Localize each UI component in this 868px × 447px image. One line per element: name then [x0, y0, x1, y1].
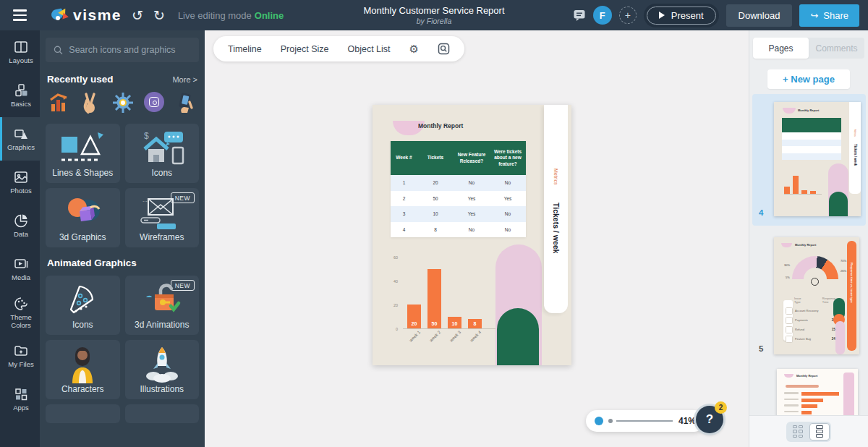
layouts-icon: [13, 39, 29, 55]
project-title: Monthly Customer Service Report: [363, 5, 504, 16]
hand-phone-icon[interactable]: [174, 92, 196, 114]
sidebar-item-media[interactable]: Media: [0, 247, 40, 291]
canvas-toolbar: Timeline Project Size Object List ⚙: [213, 36, 464, 61]
share-icon: ↪: [810, 10, 818, 21]
help-button[interactable]: ? 2: [696, 406, 723, 433]
tab-pages[interactable]: Pages: [753, 38, 809, 59]
document-title[interactable]: Monthly Report: [418, 122, 463, 129]
data-icon: [13, 213, 29, 229]
zoom-control: 41%: [586, 410, 705, 432]
palette-icon: [13, 296, 29, 312]
page-thumbnail-4[interactable]: 4 Monthly Report Metrics Tickets / week: [752, 94, 866, 226]
preview-zoom-icon[interactable]: [438, 43, 450, 55]
instagram-icon[interactable]: [144, 92, 164, 112]
card-illustrations[interactable]: Illustrations: [125, 340, 200, 399]
grid-view-button[interactable]: [788, 423, 808, 440]
green-arch-shape[interactable]: [497, 308, 539, 365]
characters-art: [46, 346, 120, 382]
chart-bar: [801, 190, 807, 194]
page-number: 4: [759, 208, 763, 217]
visme-logo-text: visme: [73, 7, 122, 24]
three-d-animations-art: [125, 281, 200, 318]
zoom-slider-thumb[interactable]: [595, 417, 603, 425]
peace-hand-icon[interactable]: [80, 92, 102, 114]
tab-comments[interactable]: Comments: [809, 38, 864, 59]
more-link[interactable]: More >: [172, 75, 197, 84]
project-size-button[interactable]: Project Size: [281, 44, 329, 54]
table-header-cell: Week #: [391, 155, 417, 161]
tickets-week-label: Tickets / week: [552, 203, 561, 253]
table-row: 310YesNo: [391, 206, 526, 222]
chart-bar: [810, 191, 816, 194]
add-collaborator-button[interactable]: +: [619, 7, 637, 24]
chart-bar: 10week 3: [448, 317, 461, 329]
document-bar-chart[interactable]: 0204060 20week 150week 210week 38week 4: [383, 253, 506, 351]
page-thumbnail-6[interactable]: Monthly Report: [752, 365, 866, 422]
sidebar-item-data[interactable]: Data: [0, 204, 40, 247]
page-thumbnail-5[interactable]: 5 Monthly Report 30% 5% 70% 26% Issue Ty…: [752, 230, 866, 362]
card-animated-icons[interactable]: Icons: [46, 276, 120, 335]
card-characters[interactable]: Characters: [46, 340, 120, 399]
side-tab[interactable]: Metrics Tickets / week: [544, 105, 568, 313]
sidebar-item-graphics[interactable]: Graphics: [0, 117, 40, 161]
sidebar-item-basics[interactable]: Basics: [0, 74, 40, 117]
comment-icon[interactable]: [573, 9, 586, 22]
present-button[interactable]: Present: [647, 7, 716, 25]
chart-bar: [793, 176, 799, 194]
download-button[interactable]: Download: [726, 4, 793, 27]
sales-chart-icon[interactable]: [48, 92, 70, 114]
basics-icon: [13, 82, 29, 98]
panel-tabs: Pages Comments: [753, 38, 864, 59]
chart-y-axis: 0204060: [383, 257, 400, 329]
table-row: Refund15 min: [786, 325, 842, 334]
chart-bar: 20week 1: [407, 305, 421, 328]
card-icons[interactable]: $ Icons: [125, 124, 200, 183]
undo-icon[interactable]: ↺: [132, 9, 143, 22]
card-partial-right[interactable]: [125, 404, 200, 423]
document-table[interactable]: Week # Tickets New Feature Released? Wer…: [391, 141, 526, 237]
page-5-preview[interactable]: Monthly Report 30% 5% 70% 26% Issue Type…: [774, 237, 859, 354]
settings-gear-icon[interactable]: ⚙: [409, 43, 419, 56]
sidebar-item-my-files[interactable]: My Files: [0, 334, 40, 378]
search-input[interactable]: [69, 45, 191, 55]
chart-bar: [784, 187, 790, 194]
share-button[interactable]: ↪Share: [799, 4, 859, 27]
sidebar-item-photos[interactable]: Photos: [0, 161, 40, 204]
canvas-area[interactable]: Timeline Project Size Object List ⚙ Mont…: [205, 30, 749, 447]
card-label: Icons: [72, 320, 93, 330]
document-page[interactable]: Monthly Report Week # Tickets New Featur…: [373, 105, 571, 365]
object-list-button[interactable]: Object List: [347, 44, 390, 54]
table-row: 250YesYes: [391, 191, 526, 207]
visme-logo[interactable]: visme: [50, 7, 122, 24]
svg-text:...: ...: [142, 197, 148, 203]
present-button-wrap: Present: [644, 4, 719, 27]
zoom-level-value: 41%: [678, 416, 696, 426]
card-wireframes[interactable]: NEW ... Wireframes: [125, 188, 200, 247]
card-partial-left[interactable]: [46, 404, 120, 423]
page-4-preview[interactable]: Monthly Report Metrics Tickets / week: [774, 102, 861, 216]
left-rail: Layouts Basics Graphics Photos Data Medi…: [0, 30, 40, 447]
zoom-slider-marker: [608, 419, 613, 423]
list-view-button[interactable]: [809, 423, 830, 440]
gear-graphic-icon[interactable]: [112, 92, 134, 114]
apps-icon: [13, 386, 29, 402]
card-lines-shapes[interactable]: Lines & Shapes: [46, 124, 120, 183]
timeline-button[interactable]: Timeline: [228, 44, 262, 54]
card-label: Icons: [151, 168, 172, 178]
redo-icon[interactable]: ↻: [153, 9, 165, 22]
sidebar-item-theme-colors[interactable]: Theme Colors: [0, 291, 40, 334]
table-header-cell: Were tickets about a new feature?: [490, 149, 526, 166]
graphics-panel: Recently used More > Lines & Shapes $ Ic…: [40, 30, 205, 447]
card-label: Lines & Shapes: [52, 168, 113, 178]
sidebar-item-layouts[interactable]: Layouts: [0, 30, 40, 74]
zoom-slider-track[interactable]: [616, 420, 673, 422]
table-header-cell: Tickets: [417, 155, 454, 161]
visme-logo-mark: [50, 7, 69, 24]
avatar[interactable]: F: [593, 6, 612, 25]
sidebar-item-apps[interactable]: Apps: [0, 378, 40, 421]
search-box[interactable]: [46, 38, 199, 62]
hamburger-menu-icon[interactable]: [0, 9, 40, 21]
card-3d-graphics[interactable]: 3d Graphics: [46, 188, 120, 247]
card-3d-animations[interactable]: NEW 3d Animations: [125, 276, 200, 335]
new-page-button[interactable]: + New page: [767, 69, 850, 89]
